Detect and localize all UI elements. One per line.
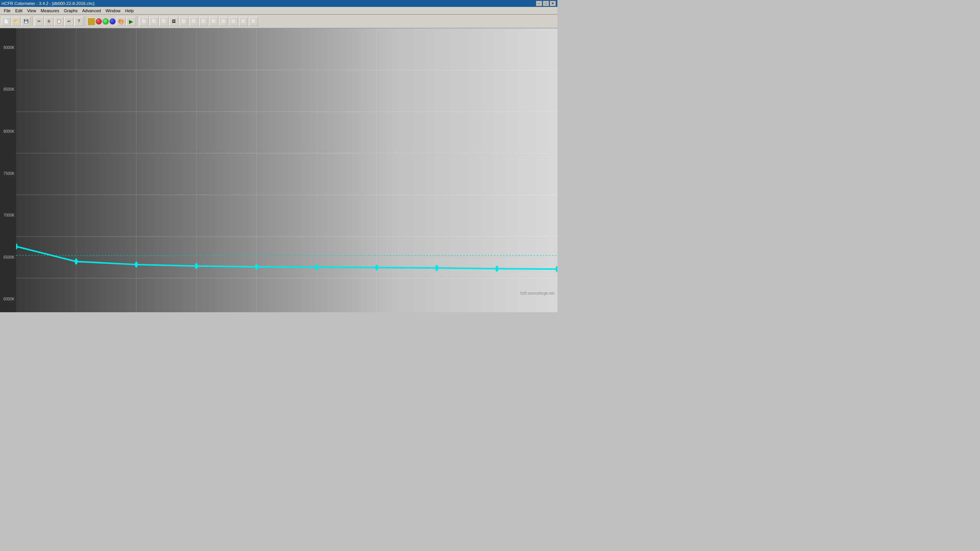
datapoint-4 [255,264,258,270]
toolbar-copy[interactable]: ⎘ [44,17,54,26]
menu-view[interactable]: View [25,8,39,14]
datapoint-3 [195,263,198,269]
toolbar-display8[interactable]: ⬜ [209,17,218,26]
toolbar-sep2 [85,17,86,26]
toolbar-undo[interactable]: ↩ [64,17,74,26]
menu-window[interactable]: Window [103,8,123,14]
toolbar-ball-blue[interactable] [109,18,116,24]
toolbar-display11[interactable]: ⬜ [239,17,248,26]
datapoint-8 [495,266,498,272]
y-label-6500: 6500K [1,238,15,276]
menubar: File Edit View Measures Graphs Advanced … [0,7,557,15]
toolbar-cut[interactable]: ✂ [34,17,44,26]
datapoint-2 [135,261,138,267]
y-label-8000: 8000K [1,112,15,150]
menu-advanced[interactable]: Advanced [80,8,103,14]
datapoint-0 [16,243,18,249]
toolbar-display7[interactable]: ⬜ [199,17,208,26]
toolbar-color1[interactable] [87,18,95,25]
toolbar-display1[interactable]: ⬜ [139,17,149,26]
toolbar-paste[interactable]: 📋 [54,17,64,26]
toolbar-save[interactable]: 💾 [21,17,31,26]
toolbar-display10[interactable]: ⬜ [229,17,238,26]
titlebar-title: HCFR Colormeter - 3.4.2 - [db000-22-8-20… [2,1,95,6]
credit: hcfr.sourceforge.net [521,291,554,295]
minimize-button[interactable]: ─ [536,1,542,6]
toolbar: 📄 📂 💾 ✂ ⎘ 📋 ↩ ? 🎨 ▶ ⬜ ⬜ ⬜ 🖼 ⬜ ⬜ ⬜ ⬜ ⬜ ⬜ … [0,15,557,28]
chart-line [16,246,557,269]
toolbar-display4[interactable]: 🖼 [169,17,178,26]
toolbar-display3[interactable]: ⬜ [159,17,168,26]
maximize-button[interactable]: □ [543,1,549,6]
toolbar-ball-green[interactable] [103,18,109,24]
y-label-8500: 8500K [1,70,15,109]
y-label-7500: 7500K [1,154,15,192]
datapoint-9 [555,266,557,272]
datapoint-6 [375,264,378,271]
y-axis: 9000K 8500K 8000K 7500K 7000K 6500K 6000… [0,28,16,312]
toolbar-color-select[interactable]: 🎨 [116,17,126,26]
y-label-7000: 7000K [1,196,15,234]
y-label-9000: 9000K [1,28,15,67]
menu-measures[interactable]: Measures [38,8,61,14]
close-button[interactable]: ✕ [550,1,556,6]
toolbar-help[interactable]: ? [74,17,83,26]
titlebar: HCFR Colormeter - 3.4.2 - [db000-22-8-20… [0,0,557,7]
datapoint-7 [435,265,438,271]
toolbar-display12[interactable]: ⬜ [249,17,258,26]
toolbar-new[interactable]: 📄 [2,17,11,26]
toolbar-display5[interactable]: ⬜ [179,17,188,26]
toolbar-display2[interactable]: ⬜ [149,17,158,26]
toolbar-display6[interactable]: ⬜ [189,17,198,26]
toolbar-display9[interactable]: ⬜ [219,17,228,26]
toolbar-open[interactable]: 📂 [11,17,21,26]
toolbar-sep1 [32,17,33,26]
y-label-6000: 6000K [1,280,15,312]
toolbar-ball-red[interactable] [96,18,102,24]
main-area: 9000K 8500K 8000K 7500K 7000K 6500K 6000… [0,28,557,312]
datapoint-1 [75,259,78,265]
datapoint-5 [315,264,318,270]
menu-file[interactable]: File [2,8,13,14]
toolbar-play[interactable]: ▶ [126,17,136,26]
chart-body [16,28,557,312]
chart-svg [16,28,557,312]
titlebar-controls: ─ □ ✕ [536,1,556,6]
menu-graphs[interactable]: Graphs [62,8,80,14]
toolbar-sep3 [137,17,138,26]
menu-help[interactable]: Help [123,8,136,14]
menu-edit[interactable]: Edit [13,8,25,14]
